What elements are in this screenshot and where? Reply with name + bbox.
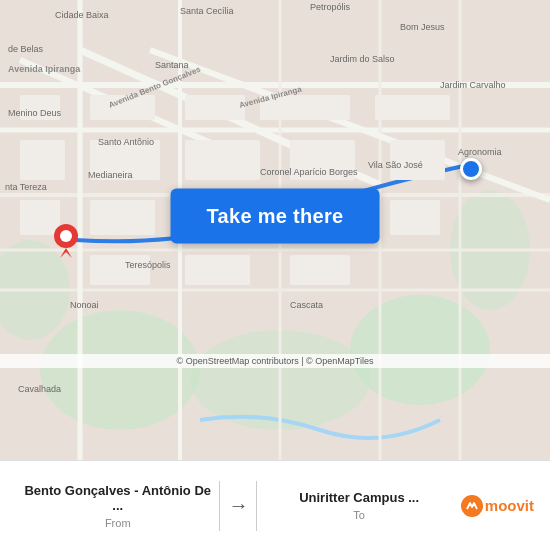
svg-text:Nonoai: Nonoai	[70, 300, 99, 310]
svg-rect-33	[290, 255, 350, 285]
svg-text:Cidade Baixa: Cidade Baixa	[55, 10, 109, 20]
svg-rect-27	[90, 200, 155, 235]
origin-station: Bento Gonçalves - Antônio De ...	[24, 483, 211, 513]
svg-text:Bom Jesus: Bom Jesus	[400, 22, 445, 32]
svg-text:nta Tereza: nta Tereza	[5, 182, 47, 192]
destination-label: To	[353, 509, 365, 521]
svg-text:Agronomia: Agronomia	[458, 147, 502, 157]
destination-pin	[460, 158, 482, 180]
footer: Bento Gonçalves - Antônio De ... From → …	[0, 460, 550, 550]
svg-text:Teresópolis: Teresópolis	[125, 260, 171, 270]
destination-info: Uniritter Campus ... To	[257, 490, 460, 521]
svg-text:Vila São José: Vila São José	[368, 160, 423, 170]
svg-rect-23	[185, 140, 260, 180]
take-me-there-button[interactable]: Take me there	[171, 189, 380, 244]
svg-text:Cavalhada: Cavalhada	[18, 384, 61, 394]
svg-point-2	[40, 310, 200, 430]
arrow-icon: →	[228, 494, 248, 517]
svg-text:Cascata: Cascata	[290, 300, 323, 310]
origin-label: From	[105, 517, 131, 529]
svg-text:Jardim do Salso: Jardim do Salso	[330, 54, 395, 64]
origin-pin	[52, 222, 80, 262]
svg-point-57	[60, 230, 72, 242]
svg-rect-20	[375, 95, 450, 120]
svg-text:Santana: Santana	[155, 60, 189, 70]
svg-point-1	[350, 295, 490, 405]
svg-text:Avenida Ipiranga: Avenida Ipiranga	[8, 64, 81, 74]
svg-text:Menino Deus: Menino Deus	[8, 108, 62, 118]
svg-text:Santo Antônio: Santo Antônio	[98, 137, 154, 147]
footer-divider	[219, 481, 220, 531]
svg-rect-30	[390, 200, 440, 235]
map: Cidade Baixa Santa Cecília Petropólis Bo…	[0, 0, 550, 460]
moovit-brand-text: moovit	[485, 497, 534, 514]
destination-station: Uniritter Campus ...	[299, 490, 419, 505]
map-attribution: © OpenStreetMap contributors | © OpenMap…	[0, 354, 550, 368]
origin-info: Bento Gonçalves - Antônio De ... From	[16, 483, 219, 529]
moovit-logo: moovit	[461, 495, 534, 517]
svg-rect-32	[185, 255, 250, 285]
svg-text:Jardim Carvalho: Jardim Carvalho	[440, 80, 506, 90]
svg-text:de Belas: de Belas	[8, 44, 44, 54]
svg-text:Coronel Aparício Borges: Coronel Aparício Borges	[260, 167, 358, 177]
svg-text:Medianeira: Medianeira	[88, 170, 133, 180]
svg-text:Petropólis: Petropólis	[310, 2, 351, 12]
svg-rect-18	[185, 95, 245, 120]
svg-rect-21	[20, 140, 65, 180]
svg-text:Santa Cecília: Santa Cecília	[180, 6, 234, 16]
